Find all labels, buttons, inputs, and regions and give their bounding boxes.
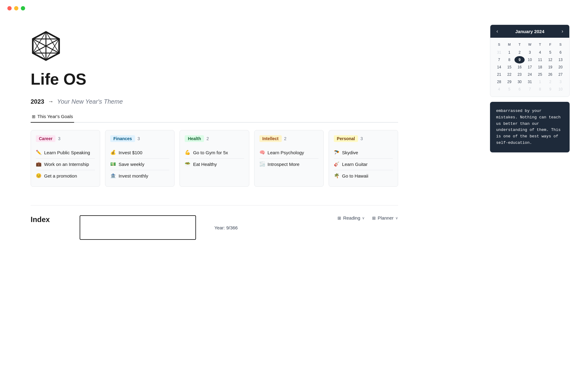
planner-icon: ⊞ bbox=[372, 216, 376, 220]
calendar-day[interactable]: 24 bbox=[525, 71, 535, 78]
goal-item-personal-2[interactable]: 🌴Go to Hawaii bbox=[334, 170, 393, 182]
calendar-widget: ‹ January 2024 › S M T W T F S 311234567… bbox=[490, 25, 570, 97]
calendar-day[interactable]: 21 bbox=[494, 71, 504, 78]
planner-widget[interactable]: ⊞ Planner ∨ bbox=[372, 215, 398, 220]
goal-item-intellect-0[interactable]: 🧠Learn Psychology bbox=[259, 147, 318, 159]
calendar-day[interactable]: 13 bbox=[556, 56, 566, 63]
category-badge-intellect: Intellect bbox=[259, 135, 282, 142]
goal-item-intellect-1[interactable]: 🌫️Introspect More bbox=[259, 159, 318, 170]
goal-item-personal-1[interactable]: 🎸Learn Guitar bbox=[334, 159, 393, 170]
calendar-day[interactable]: 22 bbox=[504, 71, 514, 78]
calendar-day[interactable]: 3 bbox=[525, 49, 535, 56]
goal-item-career-1[interactable]: 💼Work on an Internship bbox=[36, 159, 95, 170]
goals-grid: Career3✏️Learn Public Speaking💼Work on a… bbox=[31, 130, 398, 187]
goal-label-finances-0: Invest $100 bbox=[119, 149, 142, 156]
tab-label: This Year's Goals bbox=[37, 114, 73, 119]
calendar-day[interactable]: 31 bbox=[525, 78, 535, 86]
goal-column-header-career: Career3 bbox=[36, 135, 95, 142]
index-title: Index bbox=[31, 215, 67, 224]
reading-icon: ⊞ bbox=[337, 216, 341, 220]
goal-count-personal: 3 bbox=[360, 136, 363, 141]
cal-day-name-t2: T bbox=[535, 41, 545, 48]
goal-column-career: Career3✏️Learn Public Speaking💼Work on a… bbox=[31, 130, 100, 187]
tab-this-years-goals[interactable]: ⊞ This Year's Goals bbox=[31, 111, 74, 123]
calendar-day[interactable]: 2 bbox=[545, 78, 555, 86]
calendar-prev-button[interactable]: ‹ bbox=[495, 29, 499, 34]
calendar-day[interactable]: 28 bbox=[494, 78, 504, 86]
calendar-day[interactable]: 8 bbox=[504, 56, 514, 63]
goal-item-health-0[interactable]: 💪Go to Gym for 5x bbox=[185, 147, 244, 159]
calendar-day[interactable]: 25 bbox=[535, 71, 545, 78]
calendar-day[interactable]: 11 bbox=[535, 56, 545, 63]
calendar-day[interactable]: 17 bbox=[525, 63, 535, 71]
calendar-day[interactable]: 9 bbox=[545, 86, 555, 93]
calendar-day[interactable]: 10 bbox=[525, 56, 535, 63]
right-panel: ‹ January 2024 › S M T W T F S 311234567… bbox=[490, 25, 570, 152]
goal-label-career-1: Work on an Internship bbox=[44, 161, 89, 167]
cal-day-name-t1: T bbox=[514, 41, 525, 48]
calendar-day[interactable]: 23 bbox=[514, 71, 525, 78]
quote-box: embarrassed by your mistakes. Nothing ca… bbox=[490, 102, 570, 152]
goal-item-finances-1[interactable]: 💵Save weekly bbox=[110, 159, 169, 170]
calendar-day[interactable]: 4 bbox=[535, 49, 545, 56]
goal-item-personal-0[interactable]: 🪂Skydive bbox=[334, 147, 393, 159]
calendar-day[interactable]: 6 bbox=[556, 49, 566, 56]
goal-item-career-2[interactable]: 😊Get a promotion bbox=[36, 170, 95, 182]
category-badge-health: Health bbox=[185, 135, 204, 142]
calendar-day[interactable]: 7 bbox=[525, 86, 535, 93]
goal-emoji-personal-0: 🪂 bbox=[334, 150, 340, 155]
close-button[interactable] bbox=[7, 6, 12, 10]
goal-emoji-finances-0: 💰 bbox=[110, 150, 116, 155]
calendar-day[interactable]: 1 bbox=[535, 78, 545, 86]
goal-item-finances-2[interactable]: 🏦Invest monthly bbox=[110, 170, 169, 182]
category-badge-career: Career bbox=[36, 135, 55, 142]
calendar-day[interactable]: 9 bbox=[514, 56, 525, 63]
calendar-day[interactable]: 31 bbox=[494, 49, 504, 56]
calendar-day[interactable]: 15 bbox=[504, 63, 514, 71]
calendar-day[interactable]: 2 bbox=[514, 49, 525, 56]
goal-column-header-intellect: Intellect2 bbox=[259, 135, 318, 142]
calendar-grid: S M T W T F S 31123456789101112131415161… bbox=[490, 38, 569, 97]
minimize-button[interactable] bbox=[14, 6, 18, 10]
reading-widget[interactable]: ⊞ Reading ∨ bbox=[337, 215, 365, 220]
goal-item-career-0[interactable]: ✏️Learn Public Speaking bbox=[36, 147, 95, 159]
calendar-day[interactable]: 3 bbox=[556, 78, 566, 86]
calendar-day[interactable]: 6 bbox=[514, 86, 525, 93]
goal-column-header-finances: Finances3 bbox=[110, 135, 169, 142]
planner-label: Planner bbox=[378, 215, 394, 220]
calendar-day[interactable]: 30 bbox=[514, 78, 525, 86]
calendar-day[interactable]: 19 bbox=[545, 63, 555, 71]
calendar-day[interactable]: 5 bbox=[545, 49, 555, 56]
calendar-days: 3112345678910111213141516171819202122232… bbox=[494, 49, 566, 93]
calendar-day[interactable]: 27 bbox=[556, 71, 566, 78]
calendar-header: ‹ January 2024 › bbox=[490, 25, 569, 38]
planner-chevron: ∨ bbox=[395, 216, 398, 220]
calendar-day[interactable]: 29 bbox=[504, 78, 514, 86]
fullscreen-button[interactable] bbox=[21, 6, 25, 10]
calendar-day[interactable]: 16 bbox=[514, 63, 525, 71]
page-title: Life OS bbox=[31, 70, 398, 88]
goal-emoji-personal-1: 🎸 bbox=[334, 161, 340, 167]
calendar-day[interactable]: 14 bbox=[494, 63, 504, 71]
category-badge-personal: Personal bbox=[334, 135, 358, 142]
goal-column-health: Health2💪Go to Gym for 5x🥗Eat Healthy bbox=[179, 130, 249, 187]
calendar-day[interactable]: 4 bbox=[494, 86, 504, 93]
goal-item-finances-0[interactable]: 💰Invest $100 bbox=[110, 147, 169, 159]
calendar-day[interactable]: 12 bbox=[545, 56, 555, 63]
arrow-icon: → bbox=[48, 98, 54, 105]
calendar-day[interactable]: 7 bbox=[494, 56, 504, 63]
goal-item-health-1[interactable]: 🥗Eat Healthy bbox=[185, 159, 244, 170]
calendar-day[interactable]: 20 bbox=[556, 63, 566, 71]
goal-label-health-0: Go to Gym for 5x bbox=[193, 149, 228, 156]
year-progress: Year: 9/366 bbox=[214, 225, 238, 230]
calendar-day[interactable]: 8 bbox=[535, 86, 545, 93]
year-theme-row: 2023 → Your New Year's Theme bbox=[31, 98, 398, 105]
calendar-day[interactable]: 5 bbox=[504, 86, 514, 93]
calendar-day[interactable]: 10 bbox=[556, 86, 566, 93]
calendar-day[interactable]: 1 bbox=[504, 49, 514, 56]
calendar-day[interactable]: 26 bbox=[545, 71, 555, 78]
calendar-day[interactable]: 18 bbox=[535, 63, 545, 71]
goal-column-personal: Personal3🪂Skydive🎸Learn Guitar🌴Go to Haw… bbox=[329, 130, 398, 187]
calendar-next-button[interactable]: › bbox=[560, 29, 564, 34]
goal-count-career: 3 bbox=[58, 136, 60, 141]
